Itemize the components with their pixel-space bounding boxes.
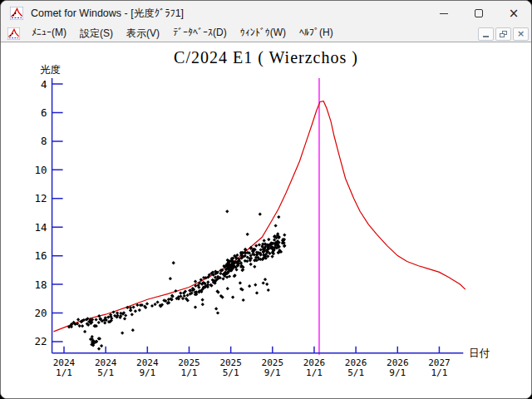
maximize-button[interactable]	[461, 1, 496, 26]
data-point	[225, 209, 229, 213]
data-point	[134, 309, 137, 313]
data-point	[255, 291, 259, 294]
x-tick-label-day: 1/1	[56, 367, 72, 378]
menu-item-settings[interactable]: 設定(S)	[73, 25, 120, 42]
menu-item-menu[interactable]: ﾒﾆｭｰ(M)	[25, 25, 73, 42]
data-point	[138, 308, 141, 312]
data-point	[83, 330, 86, 333]
data-point	[194, 306, 197, 309]
data-point	[226, 287, 229, 290]
data-point	[154, 303, 157, 306]
menu-item-help[interactable]: ﾍﾙﾌﾟ(H)	[293, 25, 340, 42]
data-point	[172, 261, 175, 264]
data-point	[97, 347, 101, 351]
data-point	[156, 300, 160, 303]
data-point	[277, 215, 280, 219]
data-point	[95, 318, 98, 321]
menu-item-view[interactable]: 表示(V)	[120, 25, 166, 42]
data-point	[129, 308, 132, 312]
data-point	[258, 243, 261, 246]
data-point	[201, 298, 204, 302]
data-point	[219, 272, 222, 275]
document-icon	[7, 27, 20, 40]
y-tick-label: 4	[41, 78, 47, 91]
data-point	[78, 324, 81, 328]
close-icon: ×	[509, 7, 520, 20]
data-point	[264, 278, 267, 281]
data-point	[106, 316, 110, 319]
data-point	[121, 332, 124, 335]
x-tick-label-day: 9/1	[139, 367, 155, 378]
y-tick-label: 16	[35, 249, 47, 262]
minimize-button[interactable]	[426, 1, 461, 26]
app-icon	[10, 7, 23, 20]
close-button[interactable]: ×	[496, 1, 531, 26]
x-tick-label-day: 1/1	[431, 367, 448, 378]
x-tick-label-day: 9/1	[389, 367, 406, 378]
data-point	[145, 302, 149, 305]
mdi-restore-icon	[500, 31, 507, 37]
data-point	[169, 277, 172, 280]
menu-bar: ﾒﾆｭｰ(M)設定(S)表示(V)ﾃﾞｰﾀﾍﾞｰｽ(D)ｳｨﾝﾄﾞｳ(W)ﾍﾙﾌ…	[1, 26, 531, 42]
data-point	[201, 303, 204, 306]
window-title: Comet for Windows - [光度ｸﾞﾗﾌ1]	[31, 7, 184, 21]
mdi-minimize-button[interactable]	[478, 27, 494, 41]
data-point	[131, 328, 135, 332]
mdi-restore-button[interactable]	[495, 27, 511, 41]
x-tick-label-day: 5/1	[347, 367, 364, 378]
data-point	[262, 281, 265, 284]
data-point	[239, 281, 242, 284]
data-point	[274, 224, 278, 227]
x-axis-title: 日付	[469, 347, 490, 359]
graph-client-area: C/2024 E1 ( Wierzchos ) 4681012141618202…	[1, 42, 531, 399]
data-point	[214, 307, 218, 310]
model-curve	[54, 101, 466, 332]
data-point	[179, 292, 182, 295]
menu-item-database[interactable]: ﾃﾞｰﾀﾍﾞｰｽ(D)	[166, 25, 234, 42]
data-point	[265, 283, 268, 286]
chart-title: C/2024 E1 ( Wierzchos )	[1, 48, 531, 67]
data-point	[253, 265, 256, 268]
minimize-icon	[440, 13, 448, 14]
data-point	[76, 318, 80, 321]
data-point	[254, 283, 257, 287]
y-tick-label: 20	[35, 307, 47, 319]
maximize-icon	[475, 9, 483, 17]
y-tick-label: 22	[35, 335, 47, 347]
y-tick-label: 6	[41, 106, 47, 119]
data-point	[254, 244, 258, 248]
data-point	[221, 277, 224, 280]
mdi-close-button[interactable]: ×	[513, 27, 529, 41]
y-tick-label: 10	[35, 164, 47, 176]
title-bar[interactable]: Comet for Windows - [光度ｸﾞﾗﾌ1] ×	[1, 1, 531, 26]
menu-item-window[interactable]: ｳｨﾝﾄﾞｳ(W)	[234, 25, 293, 42]
x-tick-label-day: 5/1	[97, 367, 114, 378]
data-point	[231, 296, 234, 299]
data-point	[206, 280, 209, 283]
data-point	[124, 313, 127, 317]
y-tick-label: 18	[35, 278, 47, 291]
data-point	[259, 213, 262, 216]
x-tick-label-day: 5/1	[223, 367, 239, 378]
data-point	[267, 238, 270, 241]
mdi-close-icon: ×	[517, 29, 525, 38]
x-tick-label-day: 9/1	[264, 367, 281, 378]
x-tick-label-day: 1/1	[306, 367, 323, 378]
data-point	[283, 234, 286, 237]
mdi-minimize-icon	[483, 36, 489, 37]
data-point	[248, 284, 251, 288]
data-point	[200, 278, 203, 282]
data-point	[263, 239, 266, 242]
data-point	[132, 305, 135, 308]
data-point	[100, 344, 103, 347]
y-tick-label: 14	[35, 221, 47, 234]
light-curve-plot: 4681012141618202220241/120245/120249/120…	[1, 42, 531, 397]
data-point	[123, 317, 126, 320]
mdi-window-controls: ×	[476, 27, 529, 41]
data-point	[246, 233, 249, 236]
data-point	[150, 304, 154, 308]
y-tick-label: 12	[35, 192, 47, 204]
app-window: Comet for Windows - [光度ｸﾞﾗﾌ1] × ﾒﾆｭｰ(M)設…	[0, 0, 532, 399]
data-point	[267, 288, 270, 292]
data-point	[242, 298, 245, 302]
